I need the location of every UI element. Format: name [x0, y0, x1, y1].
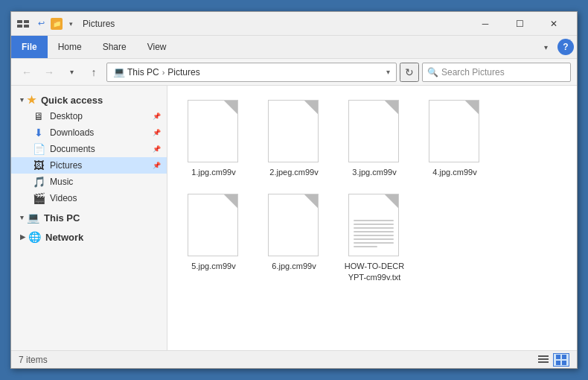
doc-shape-7 — [348, 194, 399, 256]
sidebar-item-documents[interactable]: 📄 Documents 📌 — [11, 141, 167, 157]
this-pc-icon: 💻 — [27, 212, 39, 224]
svg-rect-7 — [556, 355, 560, 359]
line-2 — [354, 224, 394, 225]
tab-view[interactable]: View — [137, 36, 177, 58]
sidebar: ▾ ★ Quick access 🖥 Desktop 📌 ⬇ Downloads… — [11, 86, 167, 350]
back-button[interactable]: ← — [17, 63, 36, 82]
line-5 — [354, 235, 394, 236]
up-button[interactable]: ↑ — [84, 63, 103, 82]
line-6 — [354, 238, 394, 240]
file-icon-7 — [348, 194, 400, 258]
sidebar-item-videos[interactable]: 🎬 Videos — [11, 190, 167, 206]
file-item-1[interactable]: 1.jpg.cm99v — [176, 95, 251, 183]
file-item-4[interactable]: 4.jpg.cm99v — [418, 95, 492, 183]
svg-rect-0 — [17, 20, 22, 23]
titlebar-quick-access[interactable] — [17, 18, 29, 30]
ribbon-expand-btn[interactable]: ▾ — [537, 38, 555, 56]
file-item-5[interactable]: 5.jpg.cm99v — [176, 189, 251, 288]
view-controls — [535, 353, 569, 367]
doc-shape-5 — [188, 194, 238, 256]
sidebar-item-pictures[interactable]: 🖼 Pictures 📌 — [11, 157, 167, 174]
sidebar-item-pictures-label: Pictures — [50, 160, 82, 171]
fold-inner-5 — [224, 194, 237, 208]
file-icon-3 — [348, 100, 400, 164]
dropdown-nav-button[interactable]: ▾ — [62, 63, 81, 82]
window-title: Pictures — [83, 19, 468, 29]
doc-shape-6 — [268, 194, 319, 256]
line-3 — [354, 227, 394, 229]
fold-inner-6 — [304, 194, 318, 208]
maximize-button[interactable]: ☐ — [502, 12, 537, 36]
line-7 — [354, 242, 394, 244]
file-icon-5 — [188, 194, 240, 258]
line-4 — [354, 231, 394, 232]
line-8 — [354, 246, 377, 247]
minimize-button[interactable]: ─ — [468, 12, 502, 36]
quick-access-label: Quick access — [41, 95, 103, 106]
tab-share[interactable]: Share — [92, 36, 137, 58]
this-pc-arrow: ▾ — [20, 214, 24, 221]
network-header[interactable]: ▶ 🌐 Network — [11, 229, 167, 245]
file-label-3: 3.jpg.cm99v — [352, 167, 396, 177]
desktop-icon: 🖥 — [32, 110, 45, 122]
grid-view-btn[interactable] — [553, 353, 569, 367]
sidebar-item-downloads[interactable]: ⬇ Downloads 📌 — [11, 124, 167, 141]
sidebar-item-music-label: Music — [50, 177, 73, 187]
file-label-7: HOW-TO-DECRYPT-cm99v.txt — [342, 261, 406, 282]
doc-shape-2 — [268, 100, 319, 162]
sidebar-item-downloads-label: Downloads — [50, 127, 94, 138]
sidebar-item-desktop-label: Desktop — [50, 111, 83, 121]
downloads-icon: ⬇ — [32, 127, 45, 139]
window-controls: ─ ☐ ✕ — [468, 12, 571, 36]
close-button[interactable]: ✕ — [537, 12, 571, 36]
file-item-7[interactable]: HOW-TO-DECRYPT-cm99v.txt — [337, 189, 412, 288]
refresh-button[interactable]: ↻ — [400, 63, 419, 82]
music-icon: 🎵 — [32, 176, 45, 188]
address-path[interactable]: 💻 This PC › Pictures ▾ — [106, 63, 397, 82]
file-item-3[interactable]: 3.jpg.cm99v — [337, 95, 412, 183]
doc-shape-3 — [348, 100, 399, 162]
tab-file[interactable]: File — [11, 36, 48, 58]
videos-icon: 🎬 — [32, 192, 45, 204]
path-dropdown-btn[interactable]: ▾ — [386, 68, 390, 76]
titlebar-undo-btn[interactable]: ↩ — [33, 16, 48, 31]
this-pc-label: This PC — [44, 212, 80, 224]
file-label-4: 4.jpg.cm99v — [432, 167, 476, 177]
ribbon-tabs: File Home Share View ▾ ? — [11, 36, 577, 58]
pin-icon-desktop: 📌 — [153, 113, 161, 120]
sidebar-item-music[interactable]: 🎵 Music — [11, 174, 167, 190]
forward-button[interactable]: → — [39, 63, 59, 82]
sidebar-item-documents-label: Documents — [50, 144, 95, 154]
list-view-btn[interactable] — [535, 353, 552, 367]
titlebar-dropdown-btn[interactable]: ▾ — [65, 16, 77, 31]
file-area-wrapper: isc.com 1.jpg.cm99v — [167, 86, 577, 350]
path-pictures: Pictures — [167, 67, 199, 77]
quick-access-section: ▾ ★ Quick access 🖥 Desktop 📌 ⬇ Downloads… — [11, 92, 167, 206]
network-arrow: ▶ — [20, 233, 25, 241]
tab-home[interactable]: Home — [48, 36, 92, 58]
fold-inner-3 — [385, 101, 398, 114]
file-icon-1 — [188, 100, 240, 164]
title-bar: ↩ 📁 ▾ Pictures ─ ☐ ✕ — [11, 12, 577, 36]
sidebar-item-desktop[interactable]: 🖥 Desktop 📌 — [11, 108, 167, 124]
main-content: ▾ ★ Quick access 🖥 Desktop 📌 ⬇ Downloads… — [11, 86, 577, 350]
file-area: 1.jpg.cm99v 2.jpeg.cm99v — [167, 86, 577, 350]
explorer-window: ↩ 📁 ▾ Pictures ─ ☐ ✕ File Home Share Vie… — [10, 11, 578, 369]
quick-access-arrow: ▾ — [20, 96, 24, 104]
titlebar-folder-icon: 📁 — [51, 18, 63, 30]
file-icon-6 — [268, 194, 320, 258]
pictures-icon: 🖼 — [32, 159, 45, 171]
help-button[interactable]: ? — [557, 39, 574, 55]
pin-icon-pictures: 📌 — [153, 162, 161, 169]
this-pc-header[interactable]: ▾ 💻 This PC — [11, 209, 167, 226]
file-item-6[interactable]: 6.jpg.cm99v — [257, 189, 331, 288]
path-thispc: 💻 This PC — [113, 66, 159, 77]
network-section: ▶ 🌐 Network — [11, 229, 167, 245]
address-bar: ← → ▾ ↑ 💻 This PC › Pictures ▾ ↻ 🔍 Searc… — [11, 59, 577, 86]
line-1 — [354, 220, 394, 221]
search-box[interactable]: 🔍 Search Pictures — [422, 63, 571, 82]
quick-access-header[interactable]: ▾ ★ Quick access — [11, 92, 167, 108]
file-item-2[interactable]: 2.jpeg.cm99v — [257, 95, 331, 183]
search-icon: 🔍 — [427, 67, 438, 77]
svg-rect-1 — [17, 25, 22, 28]
